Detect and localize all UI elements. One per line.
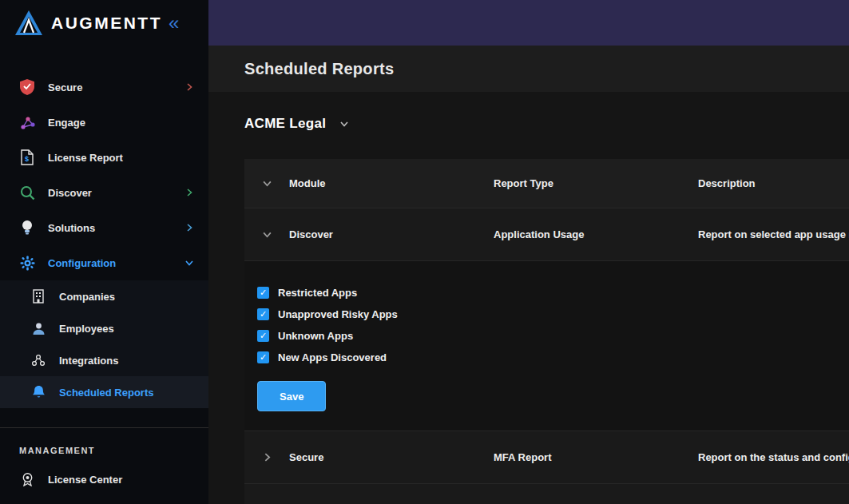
checkbox-row-unapproved-risky-apps[interactable]: ✓ Unapproved Risky Apps: [257, 304, 849, 325]
document-dollar-icon: $: [19, 149, 35, 165]
sidebar-item-engage[interactable]: Engage: [0, 105, 208, 140]
checkbox-checked-icon[interactable]: ✓: [257, 308, 269, 320]
sidebar-item-label: Secure: [48, 81, 183, 93]
checkbox-checked-icon[interactable]: ✓: [257, 330, 269, 342]
management-section-header: MANAGEMENT: [0, 428, 208, 463]
save-button[interactable]: Save: [257, 381, 326, 411]
sidebar-item-label: Configuration: [48, 257, 183, 269]
sidebar-item-label: Scheduled Reports: [59, 387, 194, 399]
sidebar: AUGMENTT « Secure Engage: [0, 0, 208, 504]
discover-expanded-panel: ✓ Restricted Apps ✓ Unapproved Risky App…: [244, 261, 849, 431]
column-header-module: Module: [289, 177, 494, 189]
sidebar-item-solutions[interactable]: Solutions: [0, 210, 208, 245]
license-badge-icon: [19, 471, 35, 487]
sidebar-item-configuration[interactable]: Configuration: [0, 245, 208, 280]
bell-icon: [30, 384, 46, 400]
row-expand-chevron-down-icon[interactable]: [244, 229, 289, 240]
chevron-down-icon: [339, 118, 350, 129]
sidebar-collapse-button[interactable]: «: [169, 14, 179, 33]
table-row-secure[interactable]: Secure MFA Report Report on the status a…: [244, 431, 849, 484]
chevron-right-icon: [183, 188, 194, 197]
sidebar-item-label: Discover: [48, 187, 183, 199]
sidebar-item-scheduled-reports[interactable]: Scheduled Reports: [0, 376, 208, 408]
configuration-submenu: Companies Employees Integrations: [0, 280, 208, 408]
checkbox-label: Unapproved Risky Apps: [278, 308, 398, 320]
shield-icon: [19, 79, 35, 95]
people-network-icon: [30, 352, 46, 368]
cell-description: Report on the status and config: [698, 451, 849, 463]
sidebar-item-label: Employees: [59, 323, 194, 335]
gear-icon: [19, 255, 35, 271]
cell-report-type: MFA Report: [494, 451, 698, 463]
chevron-down-icon: [183, 258, 194, 268]
row-expand-chevron-right-icon[interactable]: [244, 452, 289, 462]
collapse-all-chevron-icon[interactable]: [244, 178, 289, 189]
sidebar-item-discover[interactable]: Discover: [0, 175, 208, 210]
logo-bar: AUGMENTT «: [0, 0, 208, 46]
lightbulb-icon: [19, 220, 35, 236]
table-row-license[interactable]: License License Report Report on license…: [244, 484, 849, 504]
column-header-description: Description: [698, 177, 849, 189]
sidebar-item-label: Companies: [59, 291, 194, 303]
checkbox-label: Restricted Apps: [278, 287, 357, 299]
augmentt-logo-icon: [14, 10, 43, 37]
sidebar-item-integrations[interactable]: Integrations: [0, 344, 208, 376]
sidebar-item-companies[interactable]: Companies: [0, 280, 208, 312]
main-area: Scheduled Reports ACME Legal Module Repo…: [208, 0, 849, 504]
sidebar-item-secure[interactable]: Secure: [0, 69, 208, 105]
checkbox-row-new-apps-discovered[interactable]: ✓ New Apps Discovered: [257, 347, 849, 368]
company-selector-value: ACME Legal: [244, 116, 326, 132]
page-header: Scheduled Reports: [208, 46, 849, 92]
sidebar-item-label: License Center: [48, 474, 194, 486]
checkbox-checked-icon[interactable]: ✓: [257, 351, 269, 363]
cell-module: Secure: [289, 451, 494, 463]
company-selector[interactable]: ACME Legal: [244, 109, 350, 138]
building-icon: [30, 288, 46, 304]
sidebar-nav: Secure Engage $ License Report: [0, 69, 208, 495]
sidebar-item-label: License Report: [48, 152, 183, 164]
sidebar-item-label: Engage: [48, 117, 183, 129]
checkbox-label: Unknown Apps: [278, 330, 353, 342]
app-root: AUGMENTT « Secure Engage: [0, 0, 849, 504]
sidebar-item-employees[interactable]: Employees: [0, 312, 208, 344]
sidebar-item-label: Solutions: [48, 222, 183, 234]
brand-name: AUGMENTT: [51, 14, 162, 33]
sidebar-item-license-report[interactable]: $ License Report: [0, 140, 208, 175]
sidebar-item-label: Integrations: [59, 355, 194, 367]
cell-description: Report on selected app usage m: [698, 228, 849, 240]
checkbox-label: New Apps Discovered: [278, 351, 387, 363]
magnifier-icon: [19, 185, 35, 200]
chevron-right-icon: [183, 82, 194, 92]
checkbox-row-restricted-apps[interactable]: ✓ Restricted Apps: [257, 282, 849, 304]
checkbox-checked-icon[interactable]: ✓: [257, 287, 269, 299]
person-icon: [30, 320, 46, 336]
checkbox-row-unknown-apps[interactable]: ✓ Unknown Apps: [257, 325, 849, 347]
scheduled-reports-table: Module Report Type Description Discover …: [244, 159, 849, 504]
page-title: Scheduled Reports: [244, 60, 394, 78]
network-nodes-icon: [19, 114, 35, 130]
table-header-row: Module Report Type Description: [244, 159, 849, 208]
cell-module: Discover: [289, 228, 494, 240]
sidebar-item-license-center[interactable]: License Center: [0, 463, 208, 495]
table-row-discover[interactable]: Discover Application Usage Report on sel…: [244, 208, 849, 261]
top-banner: [208, 0, 849, 46]
column-header-report-type: Report Type: [494, 177, 698, 189]
cell-report-type: Application Usage: [494, 228, 698, 240]
svg-text:$: $: [25, 155, 29, 163]
content-area: ACME Legal Module Report Type Descriptio…: [208, 92, 849, 504]
chevron-right-icon: [183, 223, 194, 232]
